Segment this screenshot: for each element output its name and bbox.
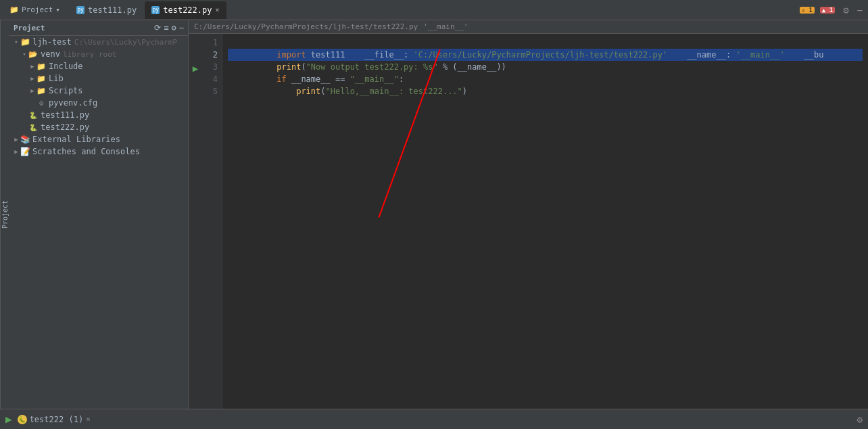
dropdown-icon: ▾ <box>55 5 60 14</box>
bottom-panel: ▶ 🐛 test222 (1) × ⚙ Debugger | ☰ ⬆ ⬇ ↙ ↗… <box>0 409 868 429</box>
py-icon-2: py <box>151 6 160 14</box>
extlibs-label: External Libraries <box>32 135 120 144</box>
extlibs-icon: 📚 <box>20 135 30 144</box>
line-num-4: 4 <box>202 73 222 85</box>
toolbar-settings-icon[interactable]: ⚙ <box>843 5 848 16</box>
scripts-expand-arrow: ▶ <box>28 87 37 95</box>
debug-run-icon[interactable]: ▶ <box>5 413 12 426</box>
include-folder-icon: 📁 <box>37 62 46 71</box>
scripts-folder-icon: 📁 <box>37 86 46 95</box>
line-num-2: 2 <box>202 49 222 61</box>
project-icon: 📁 <box>9 5 19 14</box>
line-num-3: 3 <box>202 61 222 73</box>
venv-sublabel: library root <box>63 50 116 59</box>
tree-item-ljh-test[interactable]: ▾ 📁 ljh-test C:\Users\Lucky\PycharmP <box>9 36 188 48</box>
editor-info-bar: C:/Users/Lucky/PycharmProjects/ljh-test/… <box>189 20 868 34</box>
main-layout: Project Project ⟳ ≡ ⚙ − ▾ 📁 ljh-test C:\… <box>0 20 868 409</box>
tree-item-pyvenv[interactable]: ▶ ⚙ pyvenv.cfg <box>9 97 188 109</box>
debug-arrow: ▶ <box>189 62 202 74</box>
include-expand-arrow: ▶ <box>28 62 37 70</box>
expand-arrow: ▾ <box>12 38 20 46</box>
project-menu[interactable]: 📁 Project ▾ <box>5 4 64 16</box>
vert-project-label: Project <box>0 20 9 409</box>
debug-settings-icon[interactable]: ⚙ <box>857 414 863 425</box>
py-icon: py <box>76 6 85 14</box>
scratches-label: Scratches and Consoles <box>32 147 140 156</box>
venv-folder-icon: 📂 <box>28 49 38 59</box>
lib-folder-icon: 📁 <box>37 74 46 83</box>
ljh-test-path: C:\Users\Lucky\PycharmP <box>74 38 177 47</box>
scratches-icon: 📝 <box>20 147 30 156</box>
editor-area: C:/Users/Lucky/PycharmProjects/ljh-test/… <box>189 20 868 409</box>
name-info: '__main__' <box>423 22 468 31</box>
tree-item-test111[interactable]: ▶ 🐍 test111.py <box>9 109 188 121</box>
lib-label: Lib <box>49 74 64 83</box>
tree-item-scratches[interactable]: ▶ 📝 Scratches and Consoles <box>9 145 188 158</box>
cfg-icon: ⚙ <box>37 98 46 108</box>
scripts-label: Scripts <box>49 86 83 95</box>
tab-test111[interactable]: py test111.py <box>70 1 143 19</box>
tab-test222-label: test222.py <box>163 5 212 15</box>
test111-py-icon: 🐍 <box>28 110 38 120</box>
sidebar-header: Project ⟳ ≡ ⚙ − <box>9 20 188 36</box>
code-line-1: import test111 __file__: 'C:/Users/Lucky… <box>228 37 863 49</box>
tree-item-venv[interactable]: ▾ 📂 venv library root <box>9 48 188 60</box>
tree-item-external-libs[interactable]: ▶ 📚 External Libraries <box>9 133 188 145</box>
project-folder-icon: 📁 <box>20 37 30 47</box>
pyvenv-label: pyvenv.cfg <box>49 98 97 108</box>
project-label: Project <box>22 5 53 14</box>
collapse-icon[interactable]: ≡ <box>164 23 168 32</box>
lib-expand-arrow: ▶ <box>28 74 37 83</box>
debug-bug-icon: 🐛 <box>18 415 27 424</box>
tree-item-scripts[interactable]: ▶ 📁 Scripts <box>9 85 188 97</box>
toolbar-minimize-icon[interactable]: − <box>857 5 863 16</box>
line-numbers: 1 2 3 4 5 <box>202 34 222 409</box>
debug-tab[interactable]: 🐛 test222 (1) × <box>18 415 91 424</box>
ljh-test-label: ljh-test <box>32 37 72 47</box>
error-badge: ▲ 1 <box>820 7 835 14</box>
sidebar: Project ⟳ ≡ ⚙ − ▾ 📁 ljh-test C:\Users\Lu… <box>9 20 189 409</box>
venv-label: venv <box>41 49 60 59</box>
debug-indicator: ▶ <box>189 34 202 409</box>
debug-tab-close[interactable]: × <box>86 415 91 424</box>
scratches-expand-arrow: ▶ <box>12 148 20 156</box>
test222-label: test222.py <box>41 122 89 132</box>
editor-content: ▶ 1 2 3 4 5 import test111 __file__: 'C:… <box>189 34 868 409</box>
code-content[interactable]: import test111 __file__: 'C:/Users/Lucky… <box>222 34 868 409</box>
line-num-5: 5 <box>202 85 222 97</box>
sync-icon[interactable]: ⟳ <box>154 23 161 32</box>
tab-close-icon[interactable]: × <box>215 6 219 14</box>
venv-expand-arrow: ▾ <box>20 50 28 58</box>
test222-py-icon: 🐍 <box>28 122 38 132</box>
gear-icon[interactable]: ⚙ <box>172 23 176 32</box>
tree-item-include[interactable]: ▶ 📁 Include <box>9 60 188 72</box>
warn-badge: ⚠ 1 <box>800 7 815 14</box>
editor-breadcrumb: C:/Users/Lucky/PycharmProjects/ljh-test/… <box>194 22 418 31</box>
minus-icon[interactable]: − <box>179 23 184 32</box>
sidebar-title: Project <box>14 24 45 32</box>
debug-tab-bar: ▶ 🐛 test222 (1) × ⚙ <box>0 409 868 429</box>
tree-item-lib[interactable]: ▶ 📁 Lib <box>9 72 188 85</box>
tab-test111-label: test111.py <box>88 5 137 15</box>
tab-test222[interactable]: py test222.py × <box>145 1 226 19</box>
sidebar-icons: ⟳ ≡ ⚙ − <box>154 23 184 32</box>
extlibs-expand-arrow: ▶ <box>12 135 20 143</box>
top-toolbar: 📁 Project ▾ py test111.py py test222.py … <box>0 0 868 20</box>
debug-tab-label: test222 (1) <box>30 415 83 424</box>
tree-item-test222[interactable]: ▶ 🐍 test222.py <box>9 121 188 133</box>
line-num-1: 1 <box>202 37 222 49</box>
tab-bar: py test111.py py test222.py × <box>70 1 794 19</box>
include-label: Include <box>49 62 83 71</box>
test111-label: test111.py <box>41 110 89 120</box>
